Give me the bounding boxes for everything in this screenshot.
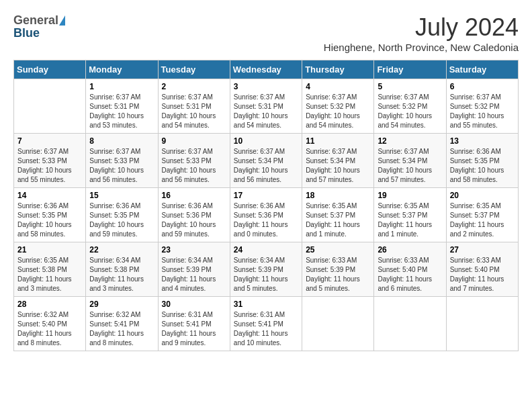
- day-detail: Sunrise: 6:31 AM Sunset: 5:41 PM Dayligh…: [234, 310, 298, 348]
- calendar-cell: 31Sunrise: 6:31 AM Sunset: 5:41 PM Dayli…: [230, 297, 302, 351]
- calendar-cell: 15Sunrise: 6:36 AM Sunset: 5:35 PM Dayli…: [86, 188, 158, 242]
- location-title: Hienghene, North Province, New Caledonia: [324, 42, 519, 53]
- calendar-cell: 20Sunrise: 6:35 AM Sunset: 5:37 PM Dayli…: [446, 188, 518, 242]
- cell-content: 13Sunrise: 6:36 AM Sunset: 5:35 PM Dayli…: [450, 136, 515, 185]
- calendar-cell: 8Sunrise: 6:37 AM Sunset: 5:33 PM Daylig…: [86, 134, 158, 188]
- day-detail: Sunrise: 6:37 AM Sunset: 5:31 PM Dayligh…: [162, 93, 226, 130]
- day-number: 22: [89, 245, 154, 255]
- day-number: 6: [450, 82, 515, 91]
- day-detail: Sunrise: 6:37 AM Sunset: 5:34 PM Dayligh…: [378, 147, 442, 185]
- day-detail: Sunrise: 6:37 AM Sunset: 5:34 PM Dayligh…: [234, 147, 298, 185]
- day-number: 18: [306, 191, 370, 200]
- calendar-cell: 5Sunrise: 6:37 AM Sunset: 5:32 PM Daylig…: [374, 79, 446, 134]
- day-detail: Sunrise: 6:37 AM Sunset: 5:32 PM Dayligh…: [378, 93, 442, 130]
- cell-content: 8Sunrise: 6:37 AM Sunset: 5:33 PM Daylig…: [89, 136, 154, 185]
- day-detail: Sunrise: 6:33 AM Sunset: 5:39 PM Dayligh…: [306, 256, 370, 293]
- calendar-cell: 21Sunrise: 6:35 AM Sunset: 5:38 PM Dayli…: [14, 242, 86, 297]
- month-title: July 2024: [324, 13, 519, 42]
- day-number: 31: [234, 300, 298, 309]
- weekday-header-monday: Monday: [86, 60, 158, 79]
- calendar-cell: 29Sunrise: 6:32 AM Sunset: 5:41 PM Dayli…: [86, 297, 158, 351]
- day-number: 19: [378, 191, 442, 200]
- calendar-cell: 25Sunrise: 6:33 AM Sunset: 5:39 PM Dayli…: [302, 242, 374, 297]
- cell-content: 21Sunrise: 6:35 AM Sunset: 5:38 PM Dayli…: [17, 245, 82, 293]
- cell-content: 29Sunrise: 6:32 AM Sunset: 5:41 PM Dayli…: [89, 300, 154, 348]
- day-number: 27: [450, 245, 515, 255]
- weekday-header-friday: Friday: [374, 60, 446, 79]
- logo: General Blue: [13, 13, 65, 40]
- logo-blue: Blue: [13, 26, 40, 40]
- day-number: 17: [234, 191, 298, 200]
- calendar-cell: 17Sunrise: 6:36 AM Sunset: 5:36 PM Dayli…: [230, 188, 302, 242]
- calendar-cell: [302, 297, 374, 351]
- calendar-cell: 18Sunrise: 6:35 AM Sunset: 5:37 PM Dayli…: [302, 188, 374, 242]
- day-number: 15: [89, 191, 154, 200]
- day-detail: Sunrise: 6:37 AM Sunset: 5:34 PM Dayligh…: [306, 147, 370, 185]
- cell-content: 1Sunrise: 6:37 AM Sunset: 5:31 PM Daylig…: [89, 82, 154, 130]
- calendar-cell: [446, 297, 518, 351]
- cell-content: 16Sunrise: 6:36 AM Sunset: 5:36 PM Dayli…: [162, 191, 226, 239]
- cell-content: 23Sunrise: 6:34 AM Sunset: 5:39 PM Dayli…: [162, 245, 226, 293]
- day-detail: Sunrise: 6:35 AM Sunset: 5:38 PM Dayligh…: [17, 256, 82, 293]
- week-row-5: 28Sunrise: 6:32 AM Sunset: 5:40 PM Dayli…: [14, 297, 519, 351]
- cell-content: 7Sunrise: 6:37 AM Sunset: 5:33 PM Daylig…: [17, 136, 82, 185]
- day-detail: Sunrise: 6:32 AM Sunset: 5:41 PM Dayligh…: [89, 310, 154, 348]
- day-number: 21: [17, 245, 82, 255]
- weekday-header-thursday: Thursday: [302, 60, 374, 79]
- cell-content: 18Sunrise: 6:35 AM Sunset: 5:37 PM Dayli…: [306, 191, 370, 239]
- day-detail: Sunrise: 6:36 AM Sunset: 5:35 PM Dayligh…: [450, 147, 515, 185]
- logo-triangle: [59, 15, 65, 26]
- day-detail: Sunrise: 6:36 AM Sunset: 5:36 PM Dayligh…: [162, 201, 226, 239]
- header: General Blue July 2024 Hienghene, North …: [13, 13, 519, 53]
- calendar-cell: 22Sunrise: 6:34 AM Sunset: 5:38 PM Dayli…: [86, 242, 158, 297]
- calendar-cell: 2Sunrise: 6:37 AM Sunset: 5:31 PM Daylig…: [158, 79, 230, 134]
- cell-content: 20Sunrise: 6:35 AM Sunset: 5:37 PM Dayli…: [450, 191, 515, 239]
- cell-content: 14Sunrise: 6:36 AM Sunset: 5:35 PM Dayli…: [17, 191, 82, 239]
- cell-content: 17Sunrise: 6:36 AM Sunset: 5:36 PM Dayli…: [234, 191, 298, 239]
- day-detail: Sunrise: 6:35 AM Sunset: 5:37 PM Dayligh…: [450, 201, 515, 239]
- cell-content: 26Sunrise: 6:33 AM Sunset: 5:40 PM Dayli…: [378, 245, 442, 293]
- day-number: 9: [162, 136, 226, 146]
- calendar-cell: 7Sunrise: 6:37 AM Sunset: 5:33 PM Daylig…: [14, 134, 86, 188]
- day-number: 10: [234, 136, 298, 146]
- day-number: 7: [17, 136, 82, 146]
- week-row-2: 7Sunrise: 6:37 AM Sunset: 5:33 PM Daylig…: [14, 134, 519, 188]
- calendar-cell: [14, 79, 86, 134]
- day-detail: Sunrise: 6:34 AM Sunset: 5:39 PM Dayligh…: [234, 256, 298, 293]
- calendar-cell: 16Sunrise: 6:36 AM Sunset: 5:36 PM Dayli…: [158, 188, 230, 242]
- calendar-cell: 26Sunrise: 6:33 AM Sunset: 5:40 PM Dayli…: [374, 242, 446, 297]
- calendar-cell: [374, 297, 446, 351]
- cell-content: 15Sunrise: 6:36 AM Sunset: 5:35 PM Dayli…: [89, 191, 154, 239]
- cell-content: 11Sunrise: 6:37 AM Sunset: 5:34 PM Dayli…: [306, 136, 370, 185]
- calendar-cell: 19Sunrise: 6:35 AM Sunset: 5:37 PM Dayli…: [374, 188, 446, 242]
- day-detail: Sunrise: 6:37 AM Sunset: 5:32 PM Dayligh…: [450, 93, 515, 130]
- calendar-cell: 23Sunrise: 6:34 AM Sunset: 5:39 PM Dayli…: [158, 242, 230, 297]
- calendar-table: SundayMondayTuesdayWednesdayThursdayFrid…: [13, 60, 519, 351]
- week-row-3: 14Sunrise: 6:36 AM Sunset: 5:35 PM Dayli…: [14, 188, 519, 242]
- cell-content: 28Sunrise: 6:32 AM Sunset: 5:40 PM Dayli…: [17, 300, 82, 348]
- cell-content: 27Sunrise: 6:33 AM Sunset: 5:40 PM Dayli…: [450, 245, 515, 293]
- calendar-cell: 13Sunrise: 6:36 AM Sunset: 5:35 PM Dayli…: [446, 134, 518, 188]
- day-detail: Sunrise: 6:35 AM Sunset: 5:37 PM Dayligh…: [378, 201, 442, 239]
- calendar-cell: 12Sunrise: 6:37 AM Sunset: 5:34 PM Dayli…: [374, 134, 446, 188]
- cell-content: 19Sunrise: 6:35 AM Sunset: 5:37 PM Dayli…: [378, 191, 442, 239]
- cell-content: 5Sunrise: 6:37 AM Sunset: 5:32 PM Daylig…: [378, 82, 442, 130]
- weekday-header-sunday: Sunday: [14, 60, 86, 79]
- day-number: 12: [378, 136, 442, 146]
- day-detail: Sunrise: 6:31 AM Sunset: 5:41 PM Dayligh…: [162, 310, 226, 348]
- day-detail: Sunrise: 6:36 AM Sunset: 5:35 PM Dayligh…: [89, 201, 154, 239]
- calendar-cell: 28Sunrise: 6:32 AM Sunset: 5:40 PM Dayli…: [14, 297, 86, 351]
- title-area: July 2024 Hienghene, North Province, New…: [324, 13, 519, 53]
- calendar-cell: 11Sunrise: 6:37 AM Sunset: 5:34 PM Dayli…: [302, 134, 374, 188]
- day-number: 23: [162, 245, 226, 255]
- day-detail: Sunrise: 6:37 AM Sunset: 5:32 PM Dayligh…: [306, 93, 370, 130]
- day-number: 14: [17, 191, 82, 200]
- cell-content: 10Sunrise: 6:37 AM Sunset: 5:34 PM Dayli…: [234, 136, 298, 185]
- day-number: 29: [89, 300, 154, 309]
- day-detail: Sunrise: 6:37 AM Sunset: 5:33 PM Dayligh…: [162, 147, 226, 185]
- day-number: 5: [378, 82, 442, 91]
- weekday-header-saturday: Saturday: [446, 60, 518, 79]
- day-number: 2: [162, 82, 226, 91]
- logo-general: General: [13, 13, 58, 28]
- week-row-4: 21Sunrise: 6:35 AM Sunset: 5:38 PM Dayli…: [14, 242, 519, 297]
